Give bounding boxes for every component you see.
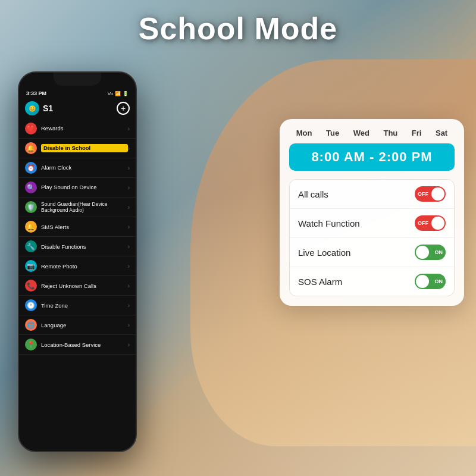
feature-row-location: Live Location ON [290, 238, 454, 267]
day-wed: Wed [353, 129, 369, 137]
list-item[interactable]: 📞 Reject Unknown Calls › [19, 276, 136, 296]
list-item[interactable]: 🛡️ Sound Guardian(Hear Device Background… [19, 198, 136, 217]
phone-notch [54, 73, 101, 86]
feature-row-sos: SOS Alarm ON [290, 267, 454, 296]
disable-school-icon: 🔔 [25, 142, 37, 154]
menu-item-label: Remote Photo [41, 263, 128, 270]
status-bar: 3:33 PM Vo 📶 🔋 [19, 89, 136, 99]
status-icons: Vo 📶 🔋 [108, 91, 129, 96]
toggle-knob [431, 187, 444, 201]
list-item[interactable]: ❤️ Rewards › [19, 119, 136, 139]
list-item[interactable]: 📷 Remote Photo › [19, 256, 136, 276]
remote-photo-icon: 📷 [25, 260, 37, 272]
all-calls-toggle[interactable]: OFF [415, 186, 446, 202]
language-icon: 🌐 [25, 319, 37, 331]
location-icon: 📍 [25, 339, 37, 350]
feature-row-watch: Watch Function OFF [290, 209, 454, 238]
wifi-icon: 📶 [115, 91, 121, 96]
menu-item-label: Disable in School [41, 144, 128, 152]
status-time: 3:33 PM [26, 90, 46, 96]
toggle-state-label: ON [435, 249, 443, 255]
rewards-icon: ❤️ [25, 123, 37, 134]
page-title: School Mode [0, 11, 476, 46]
time-range-bar: 8:00 AM - 2:00 PM [289, 143, 455, 171]
day-thu: Thu [383, 129, 397, 137]
toggle-state-label: OFF [418, 191, 428, 197]
feature-label: All calls [298, 189, 328, 199]
phone-mockup: 3:33 PM Vo 📶 🔋 😊 S1 + ❤️ Rewards › [18, 71, 137, 452]
battery-icon: 🔋 [123, 91, 129, 96]
sms-icon: 🔔 [25, 221, 37, 233]
chevron-icon: › [128, 126, 130, 132]
toggle-state-label: ON [435, 278, 443, 284]
list-item[interactable]: 🔔 SMS Alerts › [19, 217, 136, 237]
alarm-icon: ⏰ [25, 162, 37, 174]
menu-item-label: Sound Guardian(Hear Device Background Au… [41, 201, 128, 213]
menu-item-label: Language [41, 322, 128, 328]
chevron-icon: › [128, 302, 130, 309]
chevron-icon: › [128, 145, 130, 152]
list-item[interactable]: ⏰ Alarm Clock › [19, 158, 136, 178]
watch-function-toggle[interactable]: OFF [415, 215, 446, 231]
day-mon: Mon [296, 129, 312, 137]
feature-label: SOS Alarm [298, 277, 342, 287]
timezone-icon: 🕐 [25, 299, 37, 311]
school-mode-panel: Mon Tue Wed Thu Fri Sat 8:00 AM - 2:00 P… [280, 119, 464, 306]
list-item[interactable]: 🔔 Disable in School › [19, 139, 136, 158]
username: S1 [43, 104, 53, 113]
play-sound-icon: 🔍 [25, 181, 37, 193]
add-button[interactable]: + [117, 102, 130, 115]
disable-func-icon: 🔧 [25, 240, 37, 252]
chevron-icon: › [128, 322, 130, 328]
feature-label: Live Location [298, 248, 350, 258]
chevron-icon: › [128, 342, 130, 348]
menu-item-label: Disable Functions [41, 243, 128, 250]
toggle-knob [431, 217, 444, 230]
toggle-knob [416, 275, 429, 288]
header-left: 😊 S1 [25, 101, 53, 115]
day-tue: Tue [326, 129, 339, 137]
toggle-knob [416, 246, 429, 259]
menu-item-label: Play Sound on Device [41, 184, 128, 190]
list-item[interactable]: 🔧 Disable Functions › [19, 237, 136, 256]
menu-item-label: Rewards [41, 125, 128, 131]
day-sat: Sat [436, 129, 447, 137]
menu-item-label: SMS Alerts [41, 224, 128, 230]
live-location-toggle[interactable]: ON [415, 245, 446, 260]
reject-calls-icon: 📞 [25, 280, 37, 292]
phone-screen: 3:33 PM Vo 📶 🔋 😊 S1 + ❤️ Rewards › [19, 73, 136, 451]
menu-item-label: Location-Based Service [41, 342, 128, 348]
list-item[interactable]: 🕐 Time Zone › [19, 296, 136, 315]
days-row: Mon Tue Wed Thu Fri Sat [289, 129, 455, 137]
phone-header: 😊 S1 + [19, 99, 136, 119]
chevron-icon: › [128, 243, 130, 250]
time-range-text: 8:00 AM - 2:00 PM [311, 149, 432, 164]
feature-label: Watch Function [298, 218, 360, 228]
day-fri: Fri [412, 129, 422, 137]
menu-item-label: Time Zone [41, 302, 128, 309]
chevron-icon: › [128, 165, 130, 171]
menu-item-label: Alarm Clock [41, 164, 128, 171]
chevron-icon: › [128, 283, 130, 289]
features-box: All calls OFF Watch Function OFF Live Lo… [289, 179, 455, 296]
sound-guardian-icon: 🛡️ [25, 201, 37, 213]
menu-item-label: Reject Unknown Calls [41, 283, 128, 289]
sos-alarm-toggle[interactable]: ON [415, 274, 446, 289]
signal-icon: Vo [108, 91, 113, 96]
chevron-icon: › [128, 224, 130, 230]
list-item[interactable]: 🔍 Play Sound on Device › [19, 178, 136, 198]
chevron-icon: › [128, 263, 130, 270]
list-item[interactable]: 🌐 Language › [19, 315, 136, 335]
toggle-state-label: OFF [418, 220, 428, 226]
chevron-icon: › [128, 204, 130, 211]
list-item[interactable]: 📍 Location-Based Service › [19, 335, 136, 355]
menu-list: ❤️ Rewards › 🔔 Disable in School › ⏰ Ala… [19, 119, 136, 355]
user-avatar: 😊 [25, 101, 39, 115]
feature-row-calls: All calls OFF [290, 180, 454, 209]
chevron-icon: › [128, 184, 130, 191]
